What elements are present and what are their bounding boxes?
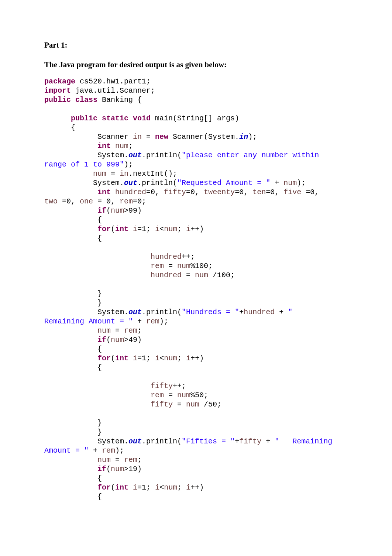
code-token	[44, 465, 97, 473]
code-token: for	[97, 483, 111, 492]
code-token: rem	[124, 326, 137, 335]
code-token: int	[97, 188, 111, 196]
code-token	[128, 354, 133, 363]
code-token: rem	[124, 456, 137, 464]
code-token: num	[97, 456, 111, 464]
code-token: .println(	[142, 437, 182, 446]
code-token: hundred	[151, 253, 182, 261]
code-token: }	[44, 299, 102, 307]
code-token: >99)	[124, 206, 142, 215]
code-token	[128, 483, 133, 492]
code-token: fifty	[151, 382, 173, 390]
code-token: one	[80, 197, 93, 206]
code-token: );	[115, 446, 124, 455]
code-token: if	[97, 206, 106, 215]
code-token	[44, 271, 151, 279]
code-token: +	[270, 179, 283, 187]
code-token: rem	[151, 391, 164, 399]
code-token: public	[44, 96, 71, 104]
code-token: for	[97, 354, 111, 363]
code-token: +	[235, 437, 239, 446]
code-token: in	[120, 169, 128, 178]
code-token: rem	[102, 446, 115, 455]
code-token: if	[97, 336, 106, 344]
code-token: =	[111, 456, 124, 464]
code-token: =	[111, 326, 124, 335]
code-token: =0,	[146, 188, 164, 196]
code-token: System.	[44, 151, 128, 159]
code-token: = 0,	[93, 197, 120, 206]
code-token	[44, 382, 151, 390]
code-token: );	[124, 160, 133, 169]
code-token	[44, 225, 97, 233]
code-token: ;	[137, 456, 142, 464]
code-token: =0,	[58, 197, 80, 206]
code-token: i	[186, 483, 190, 492]
code-token: "please enter any number within	[182, 151, 323, 159]
code-token: %50;	[190, 391, 208, 399]
code-token: num	[195, 271, 208, 279]
code-token: >19)	[124, 465, 142, 473]
code-token: fifty	[151, 400, 173, 409]
code-token: (	[111, 354, 115, 363]
code-token: int	[115, 225, 128, 233]
code-token: num	[97, 326, 111, 335]
code-token	[111, 142, 115, 150]
code-token: {	[44, 123, 75, 132]
code-token	[44, 326, 97, 335]
heading-part: Part 1:	[44, 41, 348, 50]
code-token: class	[71, 96, 97, 104]
code-token: =0,	[301, 188, 323, 196]
code-token: rem	[146, 317, 159, 326]
code-token: =1;	[137, 483, 155, 492]
code-token: cs520.hw1.part1;	[75, 77, 151, 86]
code-token: {	[44, 492, 102, 501]
code-token: rem	[120, 197, 133, 206]
code-token: =	[164, 262, 177, 270]
code-token	[128, 225, 133, 233]
code-token: int	[115, 354, 128, 363]
code-token: {	[44, 216, 102, 224]
code-token: +	[239, 308, 244, 316]
code-token: ++)	[190, 483, 204, 492]
code-token: hundred	[115, 188, 146, 196]
code-token: (	[106, 206, 111, 215]
code-token: out	[128, 437, 142, 446]
code-token: ++)	[190, 354, 204, 363]
code-token: <	[159, 483, 164, 492]
code-token: ++;	[182, 253, 195, 261]
code-token: java.util.Scanner;	[71, 86, 155, 95]
code-token: i	[133, 483, 137, 492]
code-token: in	[133, 133, 142, 141]
code-token: import	[44, 86, 71, 95]
code-token: +	[261, 437, 275, 446]
code-token: Remaining Amount = "	[44, 317, 133, 326]
code-token: +	[133, 317, 146, 326]
code-token: ;	[137, 326, 142, 335]
code-token: public	[71, 114, 97, 123]
code-token: =	[173, 400, 186, 409]
code-token	[44, 169, 93, 178]
code-token: out	[128, 151, 142, 159]
code-token: i	[133, 354, 137, 363]
code-token: ;	[128, 142, 133, 150]
code-token: static	[97, 114, 128, 123]
code-token: fifty	[239, 437, 261, 446]
code-token: for	[97, 225, 111, 233]
code-token	[44, 262, 151, 270]
code-token: num	[164, 225, 177, 233]
code-token: two	[44, 197, 58, 206]
code-token: ;	[177, 225, 186, 233]
code-token: {	[44, 474, 102, 483]
code-token: }	[44, 419, 102, 427]
code-token: Scanner	[44, 133, 133, 141]
code-token: tweenty	[204, 188, 235, 196]
code-token	[44, 391, 151, 399]
code-token: rem	[151, 262, 164, 270]
code-token: );	[297, 179, 306, 187]
code-token: .println(	[142, 151, 182, 159]
code-token: .println(	[137, 179, 177, 187]
code-token	[44, 483, 97, 492]
code-token: ;	[177, 483, 186, 492]
code-token: num	[93, 169, 106, 178]
